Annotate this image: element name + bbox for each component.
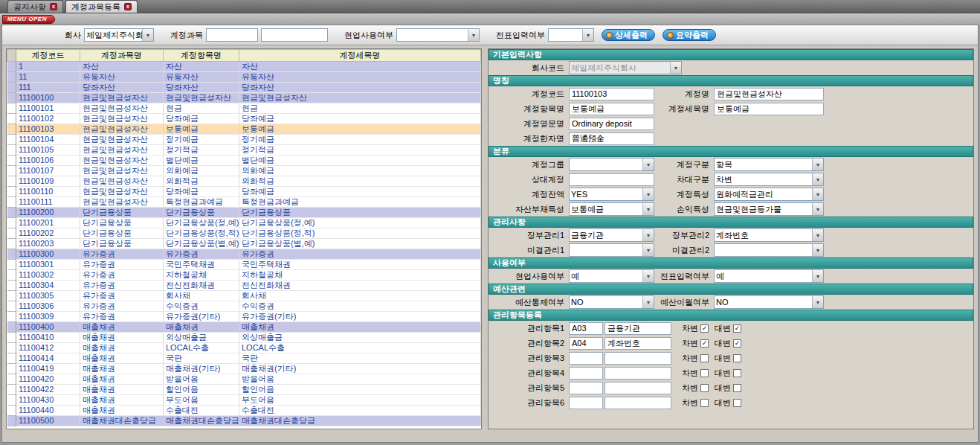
cell-detail: 전신전화채권 [239,281,481,291]
debit-checkbox[interactable]: ✓ [700,324,709,333]
detail-print-button[interactable]: 상세출력 [602,29,655,41]
tab-notice[interactable]: 공지사항x [7,0,63,13]
tab-close-icon[interactable]: x [124,3,132,10]
table-row[interactable]: 11100305유가증권회사채회사채 [7,291,481,301]
table-row[interactable]: 1자산자산자산 [7,62,481,72]
mgmt-name-input[interactable] [605,367,671,380]
table-row[interactable]: 11100306유가증권수익증권수익증권 [7,301,481,312]
company-label: 회사 [65,30,81,41]
table-row[interactable]: 11100107현금및현금성자산외화예금외화예금 [7,166,481,176]
credit-checkbox[interactable] [733,384,741,392]
form-input[interactable]: 보통예금 [569,103,654,115]
table-row[interactable]: 11100301유가증권국민주택채권국민주택채권 [7,260,481,270]
form-select[interactable]: ▼ [569,243,654,257]
credit-checkbox[interactable] [733,399,741,407]
table-row[interactable]: 11100202단기금융상품단기금융상품(정,적)단기금융상품(정,적) [7,228,481,239]
table-row[interactable]: 11100105현금및현금성자산정기적금정기적금 [7,145,481,156]
debit-checkbox[interactable] [700,399,709,407]
use-select[interactable]: ▼ [396,28,480,42]
table-row[interactable]: 11100109현금및현금성자산외화적금외화적금 [7,176,481,187]
credit-checkbox[interactable]: ✓ [733,324,741,333]
table-row[interactable]: 11100104현금및현금성자산정기예금정기예금 [7,135,481,145]
debit-checkbox[interactable] [700,384,709,392]
tab-close-icon[interactable]: x [50,3,57,10]
account-name-input[interactable] [261,28,328,42]
debit-checkbox[interactable] [700,369,709,377]
table-row[interactable]: 11100400매출채권매출채권매출채권 [7,322,481,333]
cell-code: 11 [16,72,80,83]
form-select[interactable]: ▼ [569,158,654,171]
menu-open-button[interactable]: MENU OPEN [2,15,55,24]
mgmt-code-input[interactable] [569,352,603,365]
credit-checkbox[interactable] [733,369,741,377]
mgmt-name-input[interactable] [605,397,671,409]
table-row[interactable]: 11100106현금및현금성자산별단예금별단예금 [7,156,481,166]
table-row[interactable]: 11100309유가증권유가증권(기타)유가증권(기타) [7,312,481,322]
form-select[interactable]: 항목▼ [714,158,824,171]
table-row[interactable]: 11100412매출채권LOCAL수출LOCAL수출 [7,343,481,353]
table-row[interactable]: 11100430매출채권부도어음부도어음 [7,395,481,406]
company-select[interactable]: 제일제지주식회사 ▼ [84,28,154,42]
form-input[interactable]: 현금및현금성자산 [714,88,824,100]
form-select[interactable]: 현금및현금등가물▼ [714,202,824,216]
form-input[interactable]: 11100103 [569,88,654,100]
form-select[interactable]: 금융기관▼ [569,228,654,242]
row-indicator [7,364,16,374]
mgmt-code-input[interactable] [569,397,603,409]
slip-select[interactable]: ▼ [548,28,594,42]
mgmt-code-input[interactable]: A03 [569,322,603,335]
table-row[interactable]: 11100300유가증권유가증권유가증권 [7,249,481,260]
dropdown-arrow-icon: ▼ [642,203,654,215]
tab-account-registration[interactable]: 계정과목등록x [65,0,138,13]
table-row[interactable]: 11100103현금및현금성자산보통예금보통예금 [7,124,481,135]
table-row[interactable]: 11100419매출채권매출채권(기타)매출채권(기타) [7,364,481,374]
row-indicator [7,62,16,72]
table-row[interactable]: 11100410매출채권외상매출금외상매출금 [7,333,481,343]
credit-checkbox[interactable] [733,354,741,362]
table-row[interactable]: 11유동자산유동자산유동자산 [7,72,481,83]
credit-checkbox[interactable]: ✓ [733,339,741,348]
form-select[interactable]: 차변▼ [714,173,824,186]
form-input[interactable]: Ordinary deposit [569,118,654,130]
table-row[interactable]: 11100111현금및현금성자산특정현금과예금특정현금과예금 [7,197,481,208]
table-row[interactable]: 11100200단기금융상품단기금융상품단기금융상품 [7,208,481,218]
form-select[interactable]: 보통예금▼ [569,202,654,216]
account-code-input[interactable] [206,28,258,42]
mgmt-name-input[interactable]: 금융기관 [605,322,671,335]
form-select[interactable]: 예▼ [714,269,824,283]
table-row[interactable]: 11100304유가증권전신전화채권전신전화채권 [7,281,481,291]
mgmt-name-input[interactable] [605,352,671,365]
table-row[interactable]: 11100201단기금융상품단기금융상품(정,예)단기금융상품(정,예) [7,218,481,228]
mgmt-code-input[interactable] [569,367,603,380]
table-row[interactable]: 11100102현금및현금성자산당좌예금당좌예금 [7,114,481,124]
form-input[interactable]: 普通預金 [569,132,654,145]
table-row[interactable]: 11100414매출채권국판국판 [7,353,481,364]
table-row[interactable]: 11100203단기금융상품단기금융상품(별,예)단기금융상품(별,예) [7,239,481,249]
table-row[interactable]: 11100500매출채권대손충당금매출채권대손충당금매출채권대손충당금 [7,416,481,426]
table-row[interactable]: 11100420매출채권받을어음받을어음 [7,374,481,385]
table-row[interactable]: 11100101현금및현금성자산현금현금 [7,103,481,114]
mgmt-name-input[interactable] [605,382,671,394]
table-row[interactable]: 111당좌자산당좌자산당좌자산 [7,83,481,93]
table-row[interactable]: 11100440매출채권수출대전수출대전 [7,406,481,416]
form-input[interactable] [569,173,654,186]
cell-subject: 매출채권 [80,343,164,353]
table-row[interactable]: 11100422매출채권할인어음할인어음 [7,385,481,395]
form-select[interactable]: YES▼ [569,188,654,201]
form-select[interactable]: NO▼ [569,295,654,309]
form-select[interactable]: NO▼ [714,295,824,309]
summary-print-button[interactable]: 요약출력 [663,29,716,41]
table-row[interactable]: 11100110현금및현금성자산당좌예금당좌예금 [7,187,481,197]
form-select[interactable]: ▼ [714,243,824,257]
mgmt-name-input[interactable]: 계좌번호 [605,337,671,350]
table-row[interactable]: 11100100현금및현금성자산현금및현금성자산현금및현금성자산 [7,93,481,103]
form-select[interactable]: 원화예적금관리▼ [714,188,824,201]
form-select[interactable]: 계좌번호▼ [714,228,824,242]
mgmt-code-input[interactable] [569,382,603,394]
debit-checkbox[interactable]: ✓ [700,339,709,348]
debit-checkbox[interactable] [700,354,709,362]
mgmt-code-input[interactable]: A04 [569,337,603,350]
table-row[interactable]: 11100302유가증권지하철공채지하철공채 [7,270,481,281]
form-input[interactable]: 보통예금 [714,103,824,115]
form-select[interactable]: 예▼ [569,269,654,283]
